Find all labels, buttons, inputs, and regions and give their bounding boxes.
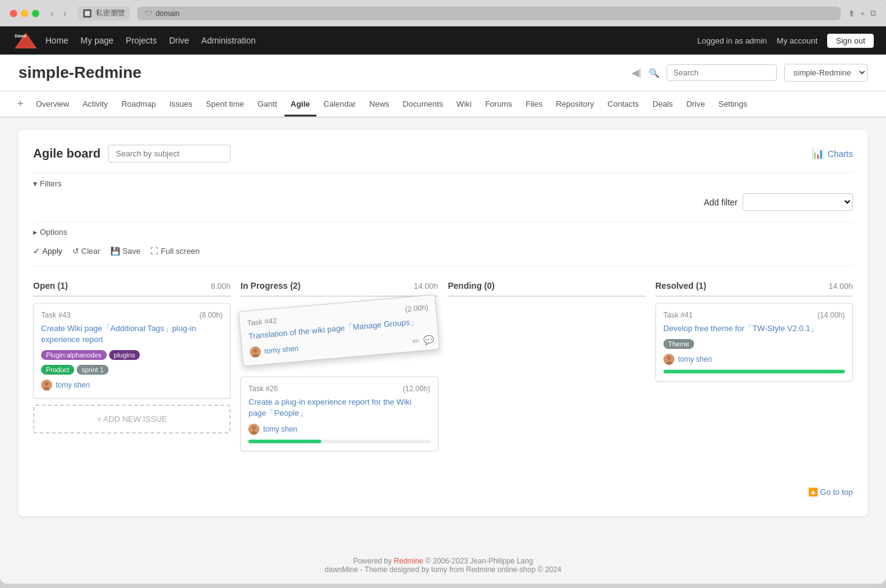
close-dot[interactable] [10, 10, 17, 17]
nav-repository[interactable]: Repository [550, 93, 600, 115]
toolbar: ✓ Apply ↺ Clear 💾 Save ⛶ Full screen [33, 242, 853, 266]
issue-43-tags2: Product sprint 1 [41, 365, 223, 375]
nav-settings[interactable]: Settings [712, 93, 754, 115]
issue-43-meta: Task #43 (8.00h) [41, 311, 223, 319]
add-new-issue-button[interactable]: + ADD NEW ISSUE [33, 405, 231, 433]
nav-drive[interactable]: Drive [680, 93, 711, 115]
issue-card-43[interactable]: Task #43 (8.00h) Create Wiki page「Additi… [33, 303, 231, 399]
nav-agile[interactable]: Agile [285, 93, 316, 116]
issue-41-meta: Task #41 (14.00h) [663, 311, 845, 319]
nav-spent-time[interactable]: Spent time [200, 93, 250, 115]
issue-26-number: Task #26 [248, 384, 278, 393]
clear-button[interactable]: ↺ Clear [72, 246, 101, 256]
issue-26-progress-fill [248, 440, 321, 443]
comment-icon[interactable]: 💬 [423, 335, 434, 345]
options-toggle[interactable]: ▸ Options [33, 227, 853, 237]
assignee-42-avatar [250, 346, 262, 358]
nav-calendar[interactable]: Calendar [318, 93, 362, 115]
footer-redmine-link[interactable]: Redmine [394, 557, 423, 565]
footer-copyright: © 2006-2023 Jean-Philippe Lang [426, 557, 533, 565]
nav-documents[interactable]: Documents [397, 93, 449, 115]
save-disk-icon: 💾 [110, 246, 120, 256]
nav-home[interactable]: Home [45, 36, 68, 45]
edit-icon[interactable]: ✏ [412, 336, 420, 346]
logo-icon: Dawn [12, 30, 39, 51]
assignee-43-name: tomy shen [56, 381, 90, 389]
sidebar-button[interactable]: ⧉ [870, 8, 876, 18]
address-bar-text[interactable]: domain [156, 9, 833, 18]
column-in-progress-header: In Progress (2) 14.00h [240, 276, 438, 297]
issue-41-tags: Theme [663, 339, 845, 349]
save-button[interactable]: 💾 Save [110, 246, 141, 256]
maximize-dot[interactable] [32, 10, 39, 17]
logged-in-text: Logged in as admin [697, 36, 766, 45]
issue-26-assignee: tomy shen [248, 424, 430, 435]
tag-sprint1: sprint 1 [77, 365, 109, 375]
search-by-subject-input[interactable] [108, 145, 231, 162]
card-42-actions: ✏ 💬 [412, 335, 434, 346]
add-filter-select[interactable] [743, 193, 853, 211]
my-account-link[interactable]: My account [777, 36, 817, 45]
nav-deals[interactable]: Deals [646, 93, 679, 115]
issue-41-link[interactable]: Develop free theme for「TW-Style V2.0.1」 [663, 323, 845, 334]
minimize-dot[interactable] [21, 10, 28, 17]
nav-news[interactable]: News [363, 93, 395, 115]
nav-wiki[interactable]: Wiki [451, 93, 478, 115]
issue-43-assignee: tomy shen [41, 380, 223, 391]
nav-activity[interactable]: Activity [77, 93, 114, 115]
svg-point-5 [45, 382, 48, 386]
search-icon: 🔍 [649, 68, 659, 78]
issue-card-26[interactable]: Task #26 (12.00h) Create a plug-in exper… [240, 376, 438, 457]
sign-out-button[interactable]: Sign out [827, 34, 874, 48]
issue-42-hours: (2.00h) [405, 303, 429, 313]
board-title: Agile board [33, 147, 101, 161]
nav-projects[interactable]: Projects [126, 36, 157, 45]
go-to-top-label: Go to top [820, 487, 853, 497]
column-in-progress-hours: 14.00h [414, 281, 438, 291]
issue-26-progress [248, 440, 430, 443]
apply-button[interactable]: ✓ Apply [33, 246, 63, 256]
issue-card-41[interactable]: Task #41 (14.00h) Develop free theme for… [655, 303, 853, 381]
fullscreen-button[interactable]: ⛶ Full screen [150, 246, 200, 256]
back-button[interactable]: ‹ [47, 7, 57, 20]
global-search-input[interactable] [666, 64, 777, 81]
filters-section: ▾ Filters Add filter [33, 172, 853, 222]
nav-overview[interactable]: Overview [30, 93, 75, 115]
tag-theme: Theme [663, 339, 694, 349]
new-tab-button[interactable]: + [860, 8, 865, 18]
filters-toggle[interactable]: ▾ Filters [33, 179, 853, 188]
charts-label: Charts [828, 149, 853, 159]
nav-issues[interactable]: Issues [163, 93, 199, 115]
issue-43-tags: Plugin:alphanodes plugins [41, 350, 223, 360]
issue-43-link[interactable]: Create Wiki page「Additional Tags」plug-in… [41, 323, 223, 345]
column-open-title: Open (1) [33, 281, 68, 291]
go-to-top-link[interactable]: 🔼 Go to top [808, 487, 853, 497]
column-pending: Pending (0) [448, 276, 646, 303]
charts-button[interactable]: 📊 Charts [812, 148, 853, 159]
nav-files[interactable]: Files [519, 93, 548, 115]
nav-mypage[interactable]: My page [80, 36, 113, 45]
nav-administration[interactable]: Administration [201, 36, 256, 45]
issue-41-assignee: tomy shen [663, 354, 845, 365]
secondary-navigation: + Overview Activity Roadmap Issues Spent… [0, 91, 886, 118]
nav-drive[interactable]: Drive [169, 36, 189, 45]
board-columns: Open (1) 8.00h Task #43 (8.00h) Create W… [33, 276, 853, 475]
share-button[interactable]: ⬆ [848, 8, 855, 18]
go-to-top-section: 🔼 Go to top [33, 475, 853, 502]
nav-forums[interactable]: Forums [479, 93, 518, 115]
assignee-43-avatar [41, 380, 52, 391]
issue-card-42[interactable]: Task #42 (2.00h) Translation of the wiki… [239, 294, 440, 367]
board-header: Agile board 📊 Charts [33, 145, 853, 162]
nav-roadmap[interactable]: Roadmap [115, 93, 162, 115]
forward-button[interactable]: › [59, 7, 70, 20]
project-selector[interactable]: simple-Redmine [784, 64, 868, 82]
assignee-42-name: tomy shen [264, 344, 299, 356]
collapse-icon: ◀| [632, 67, 641, 78]
fullscreen-label: Full screen [161, 246, 200, 256]
nav-contacts[interactable]: Contacts [601, 93, 645, 115]
svg-point-11 [252, 426, 256, 430]
plus-button[interactable]: + [12, 91, 29, 116]
issue-41-hours: (14.00h) [817, 311, 845, 319]
issue-26-link[interactable]: Create a plug-in experience report for t… [248, 397, 430, 419]
nav-gantt[interactable]: Gantt [251, 93, 283, 115]
